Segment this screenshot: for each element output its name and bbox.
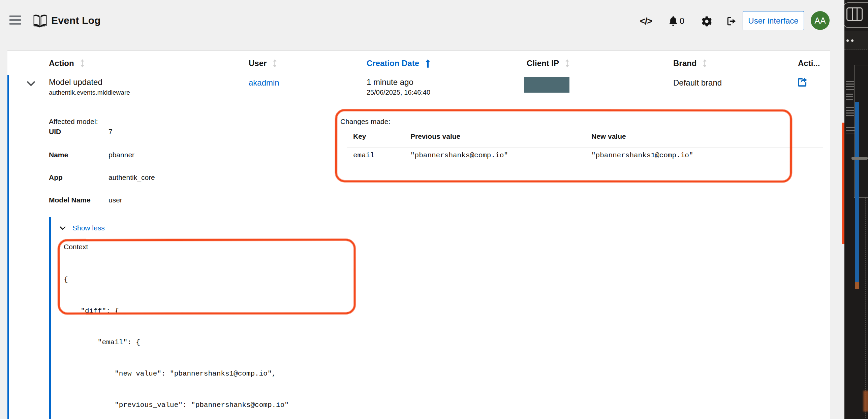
- expanded-row-accent-border: [7, 75, 9, 419]
- avatar[interactable]: AA: [811, 11, 830, 30]
- dotted-guide-line: [865, 197, 866, 419]
- timeline-brown-marker: [855, 282, 859, 289]
- column-header-action[interactable]: Action: [49, 59, 85, 68]
- api-browser-icon[interactable]: </>: [640, 15, 652, 27]
- code-line: "previous_value": "pbannershanks@comp.io…: [64, 400, 289, 410]
- row-expand-toggle[interactable]: [27, 81, 37, 91]
- app-label: App: [49, 173, 63, 182]
- code-line: "new_value": "pbannershanks1@comp.io",: [64, 368, 289, 379]
- masthead: Event Log </> 0 User interface AA: [0, 0, 844, 51]
- app-value: authentik_core: [108, 173, 155, 182]
- code-line: "diff": {: [64, 306, 289, 316]
- changes-row-previous: "pbannershanks@comp.io": [410, 152, 508, 159]
- sort-icon: [273, 59, 277, 67]
- notification-count: 0: [680, 16, 684, 26]
- chevron-down-icon: [60, 226, 66, 230]
- header-divider: [7, 75, 830, 75]
- row-user-link[interactable]: akadmin: [249, 78, 279, 88]
- notifications-bell-icon[interactable]: [668, 15, 679, 27]
- changes-header-divider: [347, 148, 823, 148]
- name-value: pbanner: [108, 151, 134, 159]
- changes-row-new: "pbannershanks1@comp.io": [591, 152, 693, 159]
- row-client-ip-redacted: [524, 77, 569, 93]
- sort-icon: [703, 59, 707, 67]
- window-panes-icon: [846, 7, 863, 21]
- context-json-code: { "diff": { "email": { "new_value": "pba…: [64, 254, 289, 419]
- tiny-text-smudge: [846, 127, 855, 133]
- changes-col-previous: Previous value: [410, 132, 460, 140]
- column-header-brand[interactable]: Brand: [673, 59, 707, 68]
- show-less-link[interactable]: Show less: [60, 224, 105, 232]
- changes-row-key: email: [353, 152, 374, 159]
- changes-row-divider: [347, 167, 823, 167]
- uid-label: UID: [49, 128, 61, 136]
- row-action-app: authentik.events.middleware: [49, 89, 130, 96]
- row-divider: [7, 105, 830, 105]
- timeline-slider-handle[interactable]: [851, 157, 868, 160]
- orange-texture-smudge: [863, 391, 868, 412]
- uid-value: 7: [108, 128, 113, 136]
- name-label: Name: [49, 151, 68, 159]
- affected-model-label: Affected model:: [49, 118, 98, 126]
- column-header-user[interactable]: User: [249, 59, 277, 68]
- event-context-panel: Show less Context { "diff": { "email": {…: [49, 217, 790, 419]
- app-root: Event Log </> 0 User interface AA Action: [0, 0, 868, 419]
- tiny-text-smudge: [846, 107, 855, 117]
- changes-col-new: New value: [591, 132, 626, 140]
- open-event-share-icon[interactable]: [797, 76, 808, 88]
- tiny-text-smudge: [846, 81, 855, 90]
- context-label: Context: [64, 243, 88, 251]
- tiny-text-smudge: [846, 94, 853, 100]
- sort-icon: [565, 59, 569, 67]
- model-name-label: Model Name: [49, 196, 91, 204]
- column-header-creation-date[interactable]: Creation Date: [367, 59, 430, 68]
- dot-icon: [846, 39, 849, 42]
- row-time-absolute: 25/06/2025, 16:46:40: [367, 89, 430, 96]
- annotation-color-bar: [842, 123, 844, 244]
- changes-made-title: Changes made:: [340, 118, 390, 126]
- column-header-actions: Acti...: [798, 59, 820, 68]
- sign-out-icon[interactable]: [725, 15, 737, 27]
- row-time-relative: 1 minute ago: [367, 77, 413, 87]
- page-title: Event Log: [51, 15, 101, 26]
- timeline-blue-bar: [855, 102, 859, 282]
- sidebar-toggle-hamburger-icon[interactable]: [9, 15, 22, 26]
- sort-icon: [80, 59, 85, 67]
- side-app-subpanel: [844, 31, 868, 50]
- model-name-value: user: [108, 196, 122, 204]
- column-header-client-ip[interactable]: Client IP: [527, 59, 569, 68]
- side-app-strip: [844, 0, 868, 419]
- code-line: {: [64, 275, 289, 285]
- user-interface-button[interactable]: User interface: [743, 11, 804, 30]
- row-brand: Default brand: [673, 78, 722, 88]
- row-action: Model updated: [49, 77, 102, 87]
- sort-ascending-icon: [425, 59, 430, 68]
- code-line: "email": {: [64, 337, 289, 348]
- event-log-book-icon: [32, 14, 48, 28]
- event-table: Action User Creation Date Client IP Bran…: [7, 51, 830, 419]
- settings-gear-icon[interactable]: [701, 15, 712, 27]
- changes-col-key: Key: [353, 132, 366, 140]
- dot-icon: [851, 39, 854, 42]
